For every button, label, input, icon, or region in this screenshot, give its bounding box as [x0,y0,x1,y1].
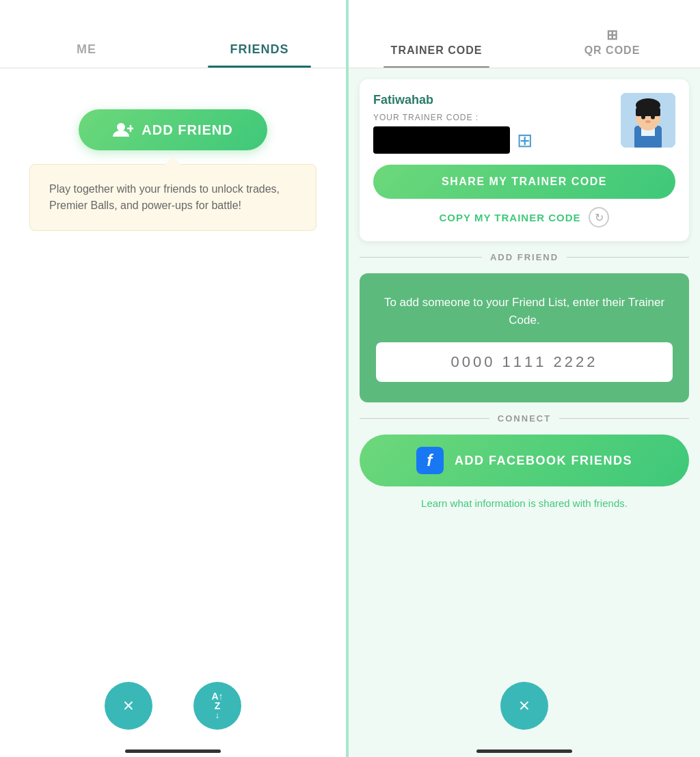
trainer-info: Fatiwahab YOUR TRAINER CODE : ⊞ [373,93,533,165]
left-bottom-buttons: × A↑Z ↓ [0,668,346,743]
connect-section: f ADD FACEBOOK FRIENDS Learn what inform… [360,435,689,509]
divider-line-right [567,257,689,258]
add-friend-button[interactable]: ADD FRIEND [79,109,267,150]
divider-line-left [360,257,482,258]
qr-icon: ⊞ [524,27,700,43]
svg-point-9 [641,115,645,120]
svg-point-0 [117,123,125,131]
right-bottom-buttons: × [349,668,700,743]
add-friend-divider: ADD FRIEND [360,252,689,262]
close-button-right[interactable]: × [500,682,548,730]
connect-divider-line-left [360,418,489,419]
tooltip-text: Play together with your friends to unloc… [49,181,297,214]
trainer-code-row: ⊞ [373,126,533,154]
trainer-code-redacted [373,126,510,154]
svg-point-11 [645,120,651,123]
connect-section-label: CONNECT [498,413,551,424]
share-trainer-code-button[interactable]: SHARE MY TRAINER CODE [373,165,675,199]
trainer-card: Fatiwahab YOUR TRAINER CODE : ⊞ [360,79,689,241]
trainer-code-label: YOUR TRAINER CODE : [373,113,533,122]
sort-az-icon: A↑Z [211,691,223,711]
svg-point-10 [651,115,655,120]
right-panel: TRAINER CODE ⊞ QR CODE Fatiwahab YOUR TR… [349,0,700,757]
trainer-code-input[interactable] [376,342,673,382]
qr-small-icon[interactable]: ⊞ [517,129,533,152]
tab-me[interactable]: ME [0,42,173,68]
add-friend-section-label: ADD FRIEND [490,252,558,262]
add-friend-card: To add someone to your Friend List, ente… [360,273,689,402]
add-facebook-friends-button[interactable]: f ADD FACEBOOK FRIENDS [360,435,689,486]
left-tab-bar: ME FRIENDS [0,0,346,68]
close-icon-right: × [519,695,530,717]
refresh-icon[interactable]: ↻ [589,207,609,228]
svg-rect-8 [636,108,660,116]
friends-tooltip: Play together with your friends to unloc… [29,164,317,231]
trainer-header: Fatiwahab YOUR TRAINER CODE : ⊞ [373,93,675,165]
home-indicator-left [125,749,221,753]
copy-trainer-code-button[interactable]: COPY MY TRAINER CODE [440,212,581,223]
connect-divider-line-right [559,418,689,419]
right-tab-bar: TRAINER CODE ⊞ QR CODE [349,0,700,68]
trainer-name: Fatiwahab [373,93,533,107]
avatar-image [621,93,675,148]
add-friend-icon [113,122,133,138]
sort-arrow-icon: ↓ [215,710,220,720]
close-button-left[interactable]: × [105,682,152,730]
tab-friends[interactable]: FRIENDS [173,42,346,68]
close-icon: × [123,695,134,717]
sort-button[interactable]: A↑Z ↓ [193,682,241,730]
add-friend-description: To add someone to your Friend List, ente… [376,294,673,329]
copy-row: COPY MY TRAINER CODE ↻ [373,207,675,228]
facebook-logo-icon: f [416,447,444,474]
trainer-avatar [621,93,675,148]
left-content: ADD FRIEND Play together with your frien… [0,68,346,757]
left-panel: ME FRIENDS ADD FRIEND Play together with… [0,0,349,757]
tab-qr-code[interactable]: ⊞ QR CODE [524,27,700,68]
home-indicator-right [476,749,572,753]
tab-trainer-code[interactable]: TRAINER CODE [349,44,524,68]
connect-divider: CONNECT [360,413,689,424]
info-sharing-link[interactable]: Learn what information is shared with fr… [421,497,628,509]
